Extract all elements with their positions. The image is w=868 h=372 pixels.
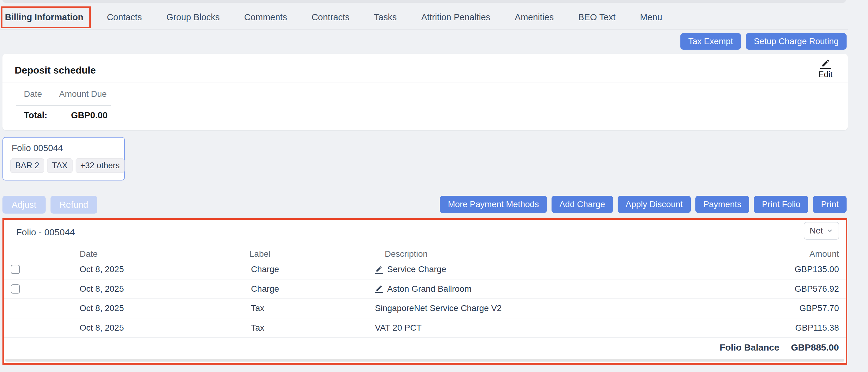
- row-label: Tax: [251, 323, 265, 333]
- row-date: Oct 8, 2025: [80, 264, 124, 274]
- row-label: Charge: [251, 284, 279, 294]
- folio-tags: BAR 2TAX+32 others: [10, 159, 125, 173]
- tab-menu[interactable]: Menu: [640, 12, 662, 22]
- row-amount: GBP57.70: [800, 303, 839, 313]
- row-checkbox[interactable]: [11, 284, 20, 293]
- billing-information-page: Billing InformationContactsGroup BlocksC…: [0, 0, 868, 372]
- edit-label: Edit: [815, 70, 836, 79]
- tab-contacts[interactable]: Contacts: [107, 12, 142, 22]
- table-row: Oct 8, 2025ChargeService ChargeGBP135.00: [4, 260, 846, 280]
- column-header-label: Label: [249, 249, 271, 259]
- row-date: Oct 8, 2025: [80, 284, 124, 294]
- row-date: Oct 8, 2025: [80, 323, 124, 333]
- row-description: SingaporeNet Service Charge V2: [375, 303, 502, 313]
- row-description-cell: VAT 20 PCT: [375, 323, 422, 333]
- column-header-description: Description: [385, 249, 428, 259]
- net-dropdown-label: Net: [810, 226, 823, 236]
- deposit-header-underline: [16, 105, 111, 106]
- print-folio-button[interactable]: Print Folio: [754, 196, 808, 213]
- folio-card-title: Folio 005044: [12, 143, 63, 153]
- tab-billing-information[interactable]: Billing Information: [5, 12, 83, 22]
- folio-balance-label: Folio Balance: [719, 342, 779, 353]
- row-description: Aston Grand Ballroom: [387, 284, 471, 294]
- print-button[interactable]: Print: [813, 196, 846, 213]
- deposit-edit-button[interactable]: Edit: [815, 59, 836, 79]
- tab-beo-text[interactable]: BEO Text: [578, 12, 616, 22]
- more-payment-methods-button[interactable]: More Payment Methods: [440, 196, 547, 213]
- deposit-total-value: GBP0.00: [71, 110, 107, 120]
- folio-table-card: Folio - 005044 Net Date Label Descriptio…: [2, 218, 847, 365]
- annotation-active-tab: Billing Information: [1, 6, 91, 28]
- tab-bar: Billing InformationContactsGroup BlocksC…: [0, 5, 848, 30]
- deposit-col-amount-due: Amount Due: [59, 89, 107, 99]
- row-description: VAT 20 PCT: [375, 323, 422, 333]
- page-actions: Tax ExemptSetup Charge Routing: [680, 33, 846, 50]
- tab-contracts[interactable]: Contracts: [312, 12, 349, 22]
- deposit-col-date: Date: [24, 89, 42, 99]
- add-charge-button[interactable]: Add Charge: [552, 196, 613, 213]
- folio-toolbar-left: AdjustRefund: [2, 196, 97, 213]
- net-dropdown[interactable]: Net: [804, 222, 839, 239]
- setup-charge-routing-button[interactable]: Setup Charge Routing: [746, 33, 846, 50]
- deposit-total-label: Total:: [24, 110, 48, 120]
- folio-table-title: Folio - 005044: [16, 227, 75, 237]
- tag-more-chip[interactable]: +32 others: [75, 159, 125, 173]
- tab-comments[interactable]: Comments: [244, 12, 287, 22]
- top-divider-strip: [2, 0, 846, 3]
- row-edit-pencil-icon[interactable]: [375, 285, 383, 293]
- row-label: Tax: [251, 303, 265, 313]
- apply-discount-button[interactable]: Apply Discount: [618, 196, 691, 213]
- column-header-date: Date: [80, 249, 98, 259]
- tag-chip: BAR 2: [10, 159, 44, 173]
- deposit-schedule-title: Deposit schedule: [15, 65, 96, 76]
- folio-toolbar-right: More Payment MethodsAdd ChargeApply Disc…: [440, 196, 846, 213]
- chevron-down-icon: [826, 227, 833, 234]
- adjust-button[interactable]: Adjust: [2, 196, 45, 213]
- row-description-cell: SingaporeNet Service Charge V2: [375, 303, 502, 313]
- row-amount: GBP135.00: [795, 264, 839, 274]
- payments-button[interactable]: Payments: [695, 196, 749, 213]
- row-label: Charge: [251, 264, 279, 274]
- folio-summary-card[interactable]: Folio 005044 BAR 2TAX+32 others: [2, 137, 125, 180]
- row-date: Oct 8, 2025: [80, 303, 124, 313]
- row-amount: GBP115.38: [795, 323, 839, 333]
- edit-pencil-icon: [820, 59, 831, 69]
- tab-amenities[interactable]: Amenities: [515, 12, 554, 22]
- tax-exempt-button[interactable]: Tax Exempt: [680, 33, 741, 50]
- refund-button[interactable]: Refund: [51, 196, 98, 213]
- card-divider: [2, 82, 848, 82]
- tab-group-blocks[interactable]: Group Blocks: [166, 12, 220, 22]
- row-description-cell: Aston Grand Ballroom: [375, 284, 471, 294]
- tab-tasks[interactable]: Tasks: [374, 12, 397, 22]
- tab-attrition-penalties[interactable]: Attrition Penalties: [421, 12, 490, 22]
- table-row: Oct 8, 2025TaxSingaporeNet Service Charg…: [4, 299, 846, 318]
- folio-balance-row: Folio Balance GBP885.00: [4, 338, 846, 357]
- folio-balance-value: GBP885.00: [791, 342, 839, 353]
- row-description-cell: Service Charge: [375, 264, 446, 274]
- tag-chip: TAX: [47, 159, 72, 173]
- column-header-amount: Amount: [810, 249, 839, 259]
- horizontal-scrollbar[interactable]: [5, 359, 844, 362]
- row-description: Service Charge: [387, 264, 446, 274]
- row-amount: GBP576.92: [795, 284, 839, 294]
- deposit-schedule-card: Deposit schedule Edit Date Amount Due To…: [2, 54, 848, 130]
- row-edit-pencil-icon[interactable]: [375, 265, 383, 274]
- table-row: Oct 8, 2025ChargeAston Grand BallroomGBP…: [4, 280, 846, 299]
- row-checkbox[interactable]: [11, 265, 20, 274]
- table-row: Oct 8, 2025TaxVAT 20 PCTGBP115.38: [4, 318, 846, 338]
